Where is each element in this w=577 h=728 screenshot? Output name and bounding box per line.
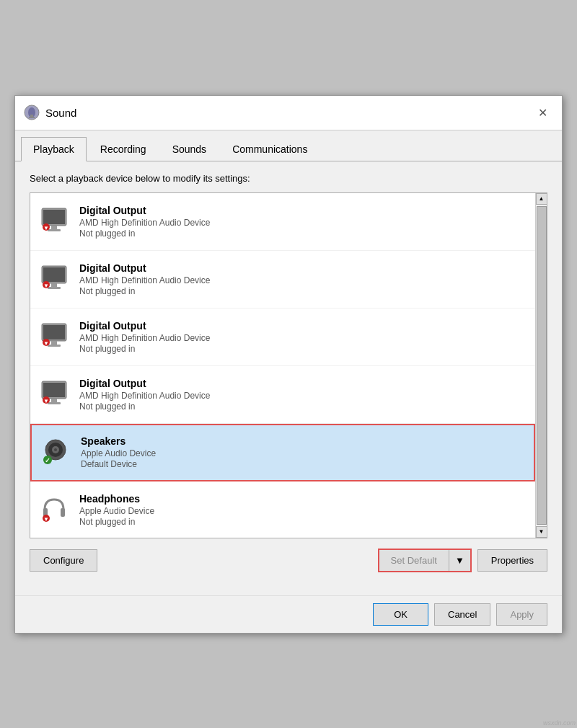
device-name-1: Digital Output: [79, 205, 527, 216]
device-info-4: Digital Output AMD High Definition Audio…: [79, 378, 527, 412]
device-icon-1: ▼: [39, 205, 71, 237]
monitor-icon-2: ▼: [39, 263, 69, 293]
device-name-headphones: Headphones: [79, 493, 527, 505]
device-icon-3: ▼: [39, 321, 71, 352]
svg-rect-5: [43, 210, 65, 224]
device-name-3: Digital Output: [79, 320, 527, 332]
set-default-button[interactable]: Set Default: [379, 550, 449, 571]
tab-bar: Playback Recording Sounds Communications: [15, 130, 562, 161]
cancel-button[interactable]: Cancel: [434, 603, 490, 626]
svg-rect-24: [51, 399, 57, 402]
close-button[interactable]: ✕: [532, 102, 553, 123]
bottom-button-row: OK Cancel Apply: [15, 595, 562, 633]
svg-text:▼: ▼: [43, 283, 49, 289]
svg-rect-35: [61, 508, 65, 517]
device-icon-headphones: ▼: [39, 494, 71, 525]
monitor-icon-4: ▼: [39, 378, 69, 409]
svg-rect-2: [30, 115, 33, 117]
device-item-3[interactable]: ▼ Digital Output AMD High Definition Aud…: [30, 308, 535, 366]
svg-rect-13: [48, 287, 61, 289]
svg-text:▼: ▼: [43, 340, 49, 347]
scroll-thumb[interactable]: [537, 206, 547, 525]
device-info-3: Digital Output AMD High Definition Audio…: [79, 320, 527, 354]
svg-rect-23: [43, 383, 65, 397]
device-status-4: Not plugged in: [79, 401, 527, 412]
svg-text:▼: ▼: [43, 398, 49, 404]
svg-rect-12: [51, 283, 57, 287]
device-icon-speakers: ✓: [40, 437, 72, 469]
device-item-speakers[interactable]: ✓ Speakers Apple Audio Device Default De…: [30, 424, 535, 481]
device-info-speakers: Speakers Apple Audio Device Default Devi…: [81, 435, 525, 469]
device-list-container: ▼ Digital Output AMD High Definition Aud…: [30, 192, 547, 538]
tab-communications[interactable]: Communications: [220, 137, 320, 161]
device-sub-2: AMD High Definition Audio Device: [79, 275, 527, 285]
apply-button[interactable]: Apply: [496, 603, 547, 626]
device-status-1: Not plugged in: [79, 228, 527, 239]
svg-rect-11: [43, 267, 65, 282]
device-status-2: Not plugged in: [79, 286, 527, 296]
device-button-row: Configure Set Default ▼ Properties: [30, 549, 547, 572]
device-info-1: Digital Output AMD High Definition Audio…: [79, 205, 527, 239]
configure-button[interactable]: Configure: [30, 549, 97, 572]
device-item-1[interactable]: ▼ Digital Output AMD High Definition Aud…: [30, 193, 535, 251]
ok-button[interactable]: OK: [373, 603, 428, 626]
device-status-headphones: Not plugged in: [79, 517, 527, 527]
device-name-2: Digital Output: [79, 262, 527, 274]
set-default-dropdown[interactable]: ▼: [449, 550, 470, 571]
device-status-3: Not plugged in: [79, 344, 527, 354]
svg-rect-25: [48, 402, 61, 404]
tab-recording[interactable]: Recording: [88, 137, 159, 161]
svg-text:▼: ▼: [43, 516, 49, 523]
dialog-title: Sound: [45, 107, 76, 119]
device-list[interactable]: ▼ Digital Output AMD High Definition Aud…: [30, 193, 535, 538]
speakers-icon: ✓: [40, 437, 71, 467]
sound-dialog: Sound ✕ Playback Recording Sounds Commun…: [14, 95, 563, 634]
device-sub-4: AMD High Definition Audio Device: [79, 391, 527, 401]
svg-rect-17: [43, 325, 65, 339]
device-icon-4: ▼: [39, 378, 71, 410]
svg-rect-19: [48, 345, 61, 347]
device-icon-2: ▼: [39, 263, 71, 295]
set-default-group: Set Default ▼: [378, 549, 472, 572]
monitor-icon-1: ▼: [39, 205, 69, 236]
tab-playback[interactable]: Playback: [21, 137, 87, 161]
monitor-icon-3: ▼: [39, 321, 69, 351]
device-item-2[interactable]: ▼ Digital Output AMD High Definition Aud…: [30, 251, 535, 308]
sound-icon: [24, 105, 40, 120]
device-sub-3: AMD High Definition Audio Device: [79, 333, 527, 343]
title-bar: Sound ✕: [15, 96, 562, 130]
svg-text:✓: ✓: [45, 457, 50, 464]
scroll-down-arrow[interactable]: ▼: [536, 526, 547, 538]
device-sub-speakers: Apple Audio Device: [81, 448, 525, 458]
title-bar-left: Sound: [24, 105, 76, 120]
svg-rect-6: [51, 226, 57, 229]
instruction-text: Select a playback device below to modify…: [30, 173, 547, 184]
device-sub-headphones: Apple Audio Device: [79, 506, 527, 516]
svg-text:▼: ▼: [43, 225, 49, 231]
device-info-2: Digital Output AMD High Definition Audio…: [79, 262, 527, 296]
headphones-icon: ▼: [39, 494, 69, 524]
svg-rect-7: [48, 229, 61, 231]
tab-sounds[interactable]: Sounds: [160, 137, 219, 161]
device-item-4[interactable]: ▼ Digital Output AMD High Definition Aud…: [30, 366, 535, 424]
device-sub-1: AMD High Definition Audio Device: [79, 218, 527, 228]
watermark: wsxdn.com: [543, 719, 576, 727]
device-status-speakers: Default Device: [81, 459, 525, 469]
tab-content: Select a playback device below to modify…: [15, 161, 562, 584]
device-name-4: Digital Output: [79, 378, 527, 389]
properties-button[interactable]: Properties: [477, 549, 547, 572]
device-info-headphones: Headphones Apple Audio Device Not plugge…: [79, 493, 527, 527]
svg-rect-3: [29, 117, 35, 118]
scrollbar[interactable]: ▲ ▼: [535, 193, 547, 538]
device-name-speakers: Speakers: [81, 435, 525, 447]
scroll-up-arrow[interactable]: ▲: [536, 193, 547, 205]
device-item-headphones[interactable]: ▼ Headphones Apple Audio Device Not plug…: [30, 481, 535, 538]
svg-point-31: [54, 448, 57, 451]
svg-rect-18: [51, 341, 57, 345]
